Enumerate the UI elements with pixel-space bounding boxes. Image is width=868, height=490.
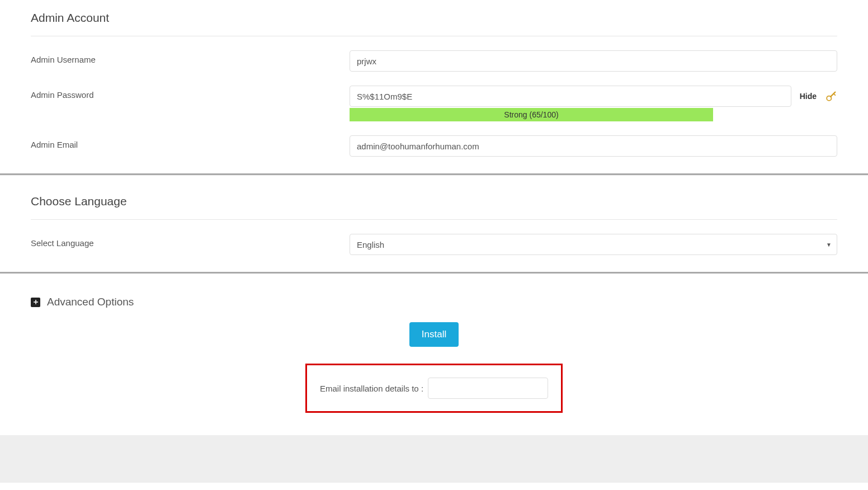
- hide-password-link[interactable]: Hide: [800, 92, 817, 101]
- admin-username-input[interactable]: [350, 50, 837, 72]
- admin-username-label: Admin Username: [31, 50, 350, 64]
- password-strength-bar: Strong (65/100): [350, 108, 713, 121]
- email-install-label: Email installation details to :: [320, 384, 423, 393]
- svg-line-2: [834, 93, 836, 95]
- section-divider: [0, 272, 868, 274]
- admin-password-input[interactable]: [350, 86, 791, 107]
- footer-bar: [0, 435, 868, 483]
- select-language-label: Select Language: [31, 234, 350, 248]
- email-install-highlight-box: Email installation details to :: [305, 364, 563, 413]
- key-icon[interactable]: [825, 90, 837, 102]
- install-button[interactable]: Install: [409, 322, 459, 347]
- advanced-options-label[interactable]: Advanced Options: [47, 296, 134, 308]
- admin-email-input[interactable]: [350, 135, 837, 157]
- admin-password-label: Admin Password: [31, 86, 350, 100]
- plus-icon[interactable]: ＋: [31, 298, 40, 307]
- language-select[interactable]: English: [350, 234, 837, 255]
- email-install-input[interactable]: [428, 378, 548, 399]
- admin-email-label: Admin Email: [31, 135, 350, 149]
- choose-language-title: Choose Language: [31, 181, 837, 220]
- admin-account-title: Admin Account: [31, 6, 837, 36]
